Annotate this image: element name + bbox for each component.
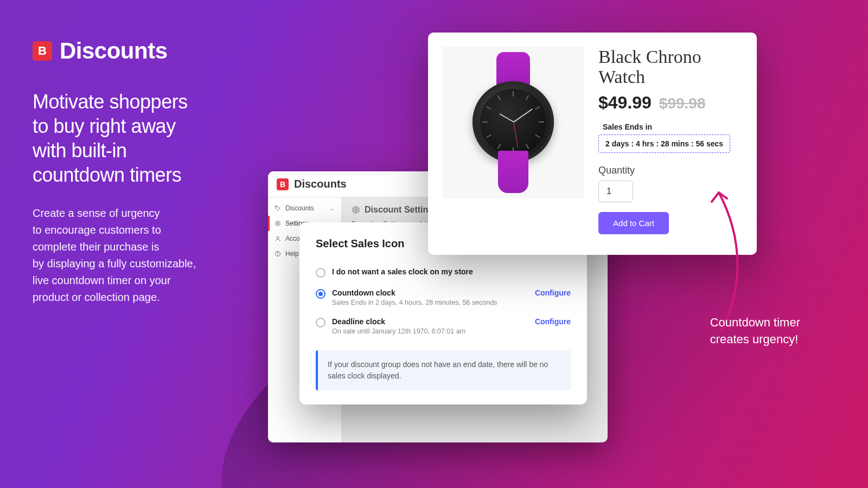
brand-logo-icon: B [33,41,52,61]
svg-point-4 [278,255,278,255]
admin-logo-icon: B [277,178,289,190]
page-headline: Motivate shoppersto buy right awaywith b… [33,89,188,187]
option-no-clock[interactable]: I do not want a sales clock on my store [316,262,571,283]
help-icon [275,251,281,257]
option-subtitle: Sales Ends in 2 days, 4 hours, 28 minute… [332,299,528,306]
tag-icon [275,205,281,211]
gear-icon [275,220,281,227]
svg-point-5 [355,209,357,211]
product-card: Black ChronoWatch $49.99 $99.98 Sales En… [428,33,757,255]
svg-point-1 [277,223,279,224]
brand-title: Discounts [60,38,168,64]
svg-point-0 [276,207,277,207]
quantity-input[interactable]: 1 [598,181,633,202]
option-countdown-clock[interactable]: Countdown clock Sales Ends in 2 days, 4 … [316,283,571,312]
configure-link[interactable]: Configure [535,317,571,326]
product-title: Black ChronoWatch [598,47,743,87]
admin-title: Discounts [294,178,347,190]
svg-point-2 [277,236,279,239]
radio-icon[interactable] [316,289,326,299]
user-icon [275,235,281,242]
quantity-label: Quantity [598,165,743,176]
modal-notice: If your discount group does not have an … [316,350,571,390]
page-subtext: Create a sense of urgencyto encourage cu… [33,205,196,306]
radio-icon[interactable] [316,268,326,278]
option-title: I do not want a sales clock on my store [332,267,571,276]
sale-ends-label: Sales Ends in [603,123,743,131]
product-price: $49.99 [598,93,652,113]
sidebar-item-label: Discounts [285,204,314,212]
gear-icon [352,206,360,214]
option-title: Countdown clock [332,288,528,297]
configure-link[interactable]: Configure [535,288,571,297]
option-title: Deadline clock [332,317,528,326]
brand-block: B Discounts [33,38,168,64]
product-image [442,47,584,198]
countdown-timer: 2 days : 4 hrs : 28 mins : 56 secs [598,134,730,153]
add-to-cart-button[interactable]: Add to Cart [598,212,669,234]
sidebar-item-label: Help [285,250,299,258]
product-old-price: $99.98 [659,95,706,112]
watch-illustration-icon [467,52,559,193]
chevron-down-icon: ⌄ [330,205,335,212]
admin-page-title: Discount Settings [365,205,438,215]
option-subtitle: On sale until January 12th 1970, 6:07:01… [332,328,528,335]
callout-caption: Countdown timer creates urgency! [710,314,800,348]
sidebar-item-discounts[interactable]: Discounts ⌄ [268,201,341,216]
option-deadline-clock[interactable]: Deadline clock On sale until January 12t… [316,312,571,341]
radio-icon[interactable] [316,318,326,328]
